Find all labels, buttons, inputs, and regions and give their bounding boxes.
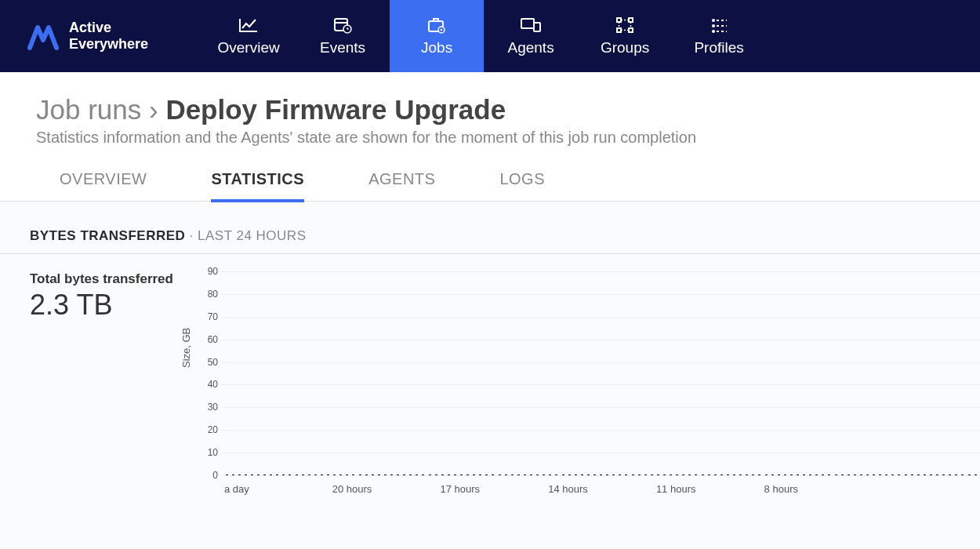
bar — [858, 474, 865, 475]
bar — [275, 474, 281, 475]
tab-overview[interactable]: OVERVIEW — [60, 170, 147, 201]
bytes-chart: Size, GB 0102030405060708090 a day20 hou… — [202, 271, 980, 495]
ytick: 50 — [202, 357, 218, 368]
bar — [815, 474, 821, 475]
bar — [230, 474, 237, 475]
chart-dot: · — [185, 228, 198, 243]
chart-header: BYTES TRANSFERRED · LAST 24 HOURS — [0, 228, 980, 254]
nodes-icon — [614, 16, 636, 35]
nav-agents[interactable]: Agents — [484, 0, 578, 72]
nav-label: Profiles — [694, 39, 743, 56]
nav-groups[interactable]: Groups — [578, 0, 672, 72]
nav-jobs[interactable]: Jobs — [390, 0, 484, 72]
bar — [630, 474, 637, 475]
ytick: 30 — [202, 402, 218, 413]
bar — [891, 474, 897, 475]
bar — [802, 474, 808, 475]
chart-line-icon — [238, 16, 260, 35]
ytick: 10 — [202, 447, 218, 458]
bar — [497, 474, 503, 475]
bar — [942, 474, 948, 475]
bar — [269, 474, 275, 475]
tab-logs[interactable]: LOGS — [499, 170, 545, 201]
bar — [522, 474, 528, 475]
chart-title: BYTES TRANSFERRED — [30, 228, 185, 243]
bar — [592, 474, 598, 475]
ytick: 0 — [202, 470, 218, 481]
breadcrumb: Job runs › Deploy Firmware Upgrade — [36, 94, 944, 125]
bar — [358, 474, 364, 475]
bar — [833, 474, 840, 475]
nav-label: Overview — [217, 39, 279, 56]
bar — [288, 474, 294, 475]
xtick: 11 hours — [656, 483, 764, 495]
bar — [516, 474, 522, 475]
bar — [249, 474, 256, 475]
nav-events[interactable]: Events — [296, 0, 390, 72]
bar — [472, 474, 478, 475]
devices-icon — [520, 16, 542, 35]
bar — [485, 474, 491, 475]
bar — [421, 474, 427, 475]
bar — [706, 474, 713, 475]
bar — [967, 474, 973, 475]
bar — [376, 474, 383, 475]
bar — [916, 474, 922, 475]
bar — [954, 474, 960, 475]
bar — [256, 474, 262, 475]
bar — [573, 474, 579, 475]
tab-statistics[interactable]: STATISTICS — [211, 170, 304, 202]
bar — [688, 474, 694, 475]
bar — [332, 474, 339, 475]
bar — [840, 474, 846, 475]
nav-overview[interactable]: Overview — [201, 0, 296, 72]
bar — [466, 474, 472, 475]
metric-value: 2.3 TB — [30, 289, 202, 322]
xtick — [872, 483, 980, 495]
bar — [427, 474, 434, 475]
nav-label: Jobs — [421, 39, 452, 56]
bar — [491, 474, 497, 475]
brand-line2: Everywhere — [69, 36, 148, 53]
bar — [960, 474, 967, 475]
bar — [510, 474, 516, 475]
bar — [789, 474, 795, 475]
bar — [364, 474, 370, 475]
bar — [884, 474, 891, 475]
bar — [694, 474, 700, 475]
breadcrumb-parent[interactable]: Job runs — [36, 94, 141, 125]
bar — [339, 474, 345, 475]
bar — [878, 474, 884, 475]
bar — [675, 474, 681, 475]
bar — [897, 474, 903, 475]
nav-label: Agents — [508, 39, 554, 56]
bar — [618, 474, 624, 475]
svg-rect-8 — [617, 18, 621, 22]
tab-agents[interactable]: AGENTS — [368, 170, 435, 201]
xtick: a day — [224, 483, 332, 495]
brand-line1: Active — [69, 20, 148, 36]
page-title: Deploy Firmware Upgrade — [165, 94, 506, 125]
svg-rect-7 — [534, 23, 540, 31]
bar — [935, 474, 942, 475]
metric-label: Total bytes transferred — [30, 271, 202, 287]
bar — [827, 474, 833, 475]
bar — [300, 474, 307, 475]
bar — [281, 474, 288, 475]
bar — [655, 474, 662, 475]
xtick: 20 hours — [332, 483, 441, 495]
sliders-icon — [708, 16, 730, 35]
bar — [872, 474, 878, 475]
bar — [745, 474, 751, 475]
briefcase-gear-icon — [426, 16, 448, 35]
bar — [345, 474, 351, 475]
ytick: 70 — [202, 311, 218, 322]
bar — [751, 474, 757, 475]
bar — [928, 474, 935, 475]
nav-profiles[interactable]: Profiles — [672, 0, 766, 72]
bar — [903, 474, 909, 475]
bar — [319, 474, 325, 475]
bar — [459, 474, 465, 475]
brand-logo: Active Everywhere — [27, 20, 148, 52]
bar — [396, 474, 402, 475]
